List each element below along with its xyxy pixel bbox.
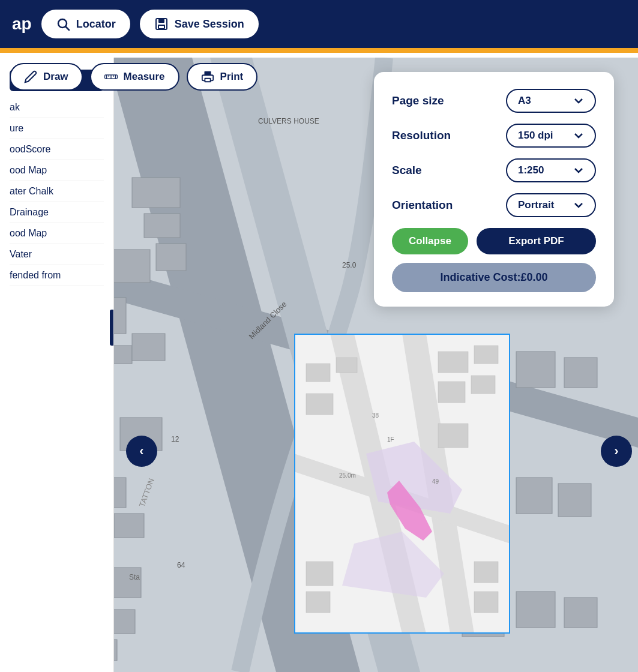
page-size-label: Page size: [392, 94, 444, 107]
svg-rect-59: [438, 352, 468, 373]
yellow-bar: [0, 48, 638, 53]
measure-button[interactable]: Measure: [90, 63, 179, 91]
svg-rect-62: [471, 376, 495, 394]
indicative-cost: Indicative Cost:£0.00: [392, 263, 596, 292]
svg-text:CULVERS HOUSE: CULVERS HOUSE: [258, 117, 319, 125]
draw-label: Draw: [43, 71, 68, 83]
svg-text:25.0m: 25.0m: [339, 472, 356, 479]
sidebar-item-8[interactable]: fended from: [10, 265, 104, 286]
orientation-select[interactable]: Portrait: [506, 193, 596, 217]
svg-rect-3: [158, 19, 164, 23]
pencil-icon: [24, 70, 37, 83]
svg-rect-41: [516, 592, 555, 628]
resolution-value: 150 dpi: [518, 130, 553, 142]
svg-rect-65: [306, 592, 330, 613]
chevron-down-icon: [573, 130, 584, 141]
app-title: ap: [12, 14, 32, 34]
svg-rect-11: [144, 214, 180, 238]
svg-rect-33: [516, 352, 555, 388]
svg-rect-10: [132, 178, 180, 208]
resolution-label: Resolution: [392, 129, 451, 142]
header: ap Locator Save Session: [0, 0, 638, 48]
svg-rect-57: [336, 358, 357, 373]
svg-rect-19: [114, 514, 144, 538]
sidebar-item-7[interactable]: Vater: [10, 244, 104, 265]
svg-rect-16: [132, 334, 165, 361]
chevron-down-icon: [573, 95, 584, 106]
locator-button[interactable]: Locator: [41, 10, 130, 38]
scale-value: 1:250: [518, 164, 544, 176]
search-icon: [56, 17, 70, 31]
svg-text:1F: 1F: [387, 436, 394, 443]
orientation-row: Orientation Portrait: [392, 193, 596, 217]
svg-rect-37: [516, 478, 552, 514]
resolution-row: Resolution 150 dpi: [392, 124, 596, 148]
svg-rect-84: [205, 79, 209, 82]
svg-point-85: [210, 77, 211, 78]
svg-rect-58: [306, 394, 333, 415]
svg-rect-13: [156, 244, 186, 271]
nav-arrow-left[interactable]: ‹: [126, 436, 157, 467]
svg-rect-81: [204, 71, 211, 75]
scale-row: Scale 1:250: [392, 158, 596, 182]
svg-line-1: [65, 27, 69, 31]
svg-rect-61: [438, 382, 465, 403]
svg-rect-56: [306, 364, 330, 382]
svg-rect-38: [558, 484, 591, 517]
page-size-row: Page size A3: [392, 89, 596, 113]
orientation-label: Orientation: [392, 199, 453, 212]
scale-select[interactable]: 1:250: [506, 158, 596, 182]
resolution-select[interactable]: 150 dpi: [506, 124, 596, 148]
svg-text:64: 64: [177, 561, 185, 569]
svg-rect-66: [474, 562, 498, 583]
svg-rect-5: [159, 26, 164, 28]
svg-rect-63: [438, 424, 468, 448]
export-pdf-button[interactable]: Export PDF: [477, 228, 596, 254]
sidebar: ak ure oodScore ood Map ater Chalk Drain…: [0, 58, 114, 672]
svg-rect-12: [108, 250, 150, 283]
scale-label: Scale: [392, 164, 422, 177]
print-panel: Page size A3 Resolution 150 dpi Scale 1:…: [374, 72, 614, 307]
sidebar-item-5[interactable]: Drainage: [10, 202, 104, 223]
svg-text:49: 49: [432, 478, 439, 485]
print-panel-actions: Collapse Export PDF: [392, 228, 596, 254]
ruler-icon: [104, 70, 118, 83]
sidebar-item-2[interactable]: oodScore: [10, 139, 104, 160]
save-session-label: Save Session: [175, 18, 244, 31]
svg-rect-60: [474, 346, 498, 364]
svg-text:25.0: 25.0: [342, 261, 357, 269]
print-label: Print: [220, 71, 244, 83]
orientation-value: Portrait: [518, 199, 554, 211]
sidebar-item-1[interactable]: ure: [10, 118, 104, 139]
svg-rect-64: [306, 562, 333, 586]
toolbar: Draw Measure Print: [0, 53, 267, 101]
map-preview-content: 38 49 1F 25.0m: [294, 334, 510, 634]
measure-label: Measure: [124, 71, 165, 83]
sidebar-item-6[interactable]: ood Map: [10, 223, 104, 244]
svg-text:Sta: Sta: [129, 573, 140, 581]
chevron-down-icon: [573, 165, 584, 176]
chevron-down-icon: [573, 200, 584, 211]
svg-rect-42: [564, 598, 597, 628]
nav-arrow-right[interactable]: ›: [601, 436, 632, 467]
printer-icon: [201, 70, 214, 83]
svg-rect-67: [474, 592, 498, 613]
collapse-button[interactable]: Collapse: [392, 228, 468, 254]
save-session-button[interactable]: Save Session: [140, 10, 259, 38]
page-size-select[interactable]: A3: [506, 89, 596, 113]
draw-button[interactable]: Draw: [10, 63, 83, 91]
save-icon: [154, 17, 169, 31]
page-size-value: A3: [518, 95, 531, 107]
svg-text:12: 12: [171, 435, 179, 443]
locator-label: Locator: [76, 18, 116, 31]
print-button[interactable]: Print: [187, 63, 258, 91]
svg-rect-34: [564, 358, 597, 388]
sidebar-item-3[interactable]: ood Map: [10, 160, 104, 181]
sidebar-item-4[interactable]: ater Chalk: [10, 181, 104, 202]
svg-text:38: 38: [372, 412, 379, 419]
sidebar-active-indicator: [110, 310, 113, 346]
